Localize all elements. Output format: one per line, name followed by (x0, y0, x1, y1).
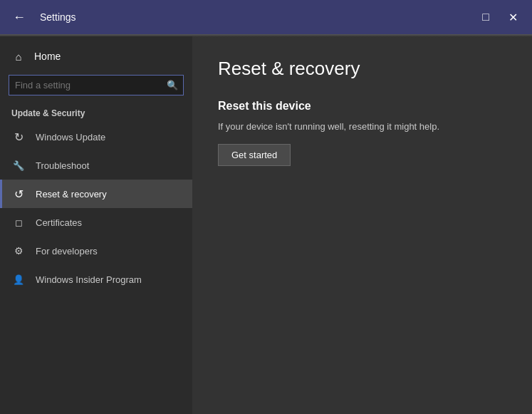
nav-label-windows-insider: Windows Insider Program (36, 274, 142, 285)
nav-label-windows-update: Windows Update (36, 132, 105, 143)
titlebar-left: ← Settings (9, 6, 76, 28)
titlebar-right: □ ✕ (475, 6, 523, 28)
nav-label-troubleshoot: Troubleshoot (36, 160, 89, 171)
content-area: Reset & recovery Reset this device If yo… (192, 36, 532, 414)
recovery-icon (11, 187, 26, 201)
main-layout: Home 🔍 Update & Security Windows Update … (0, 36, 532, 414)
search-box: 🔍 (9, 75, 184, 95)
sidebar-item-windows-update[interactable]: Windows Update (0, 123, 192, 151)
nav-label-for-developers: For developers (36, 246, 98, 257)
back-button[interactable]: ← (9, 6, 30, 28)
page-title: Reset & recovery (218, 58, 506, 80)
sidebar-home-label: Home (34, 51, 61, 62)
reset-section-desc: If your device isn't running well, reset… (218, 120, 506, 134)
sidebar-item-certificates[interactable]: Certificates (0, 208, 192, 237)
sidebar-item-windows-insider[interactable]: Windows Insider Program (0, 265, 192, 294)
insider-icon (11, 272, 26, 286)
certificates-icon (11, 215, 26, 229)
titlebar: ← Settings □ ✕ (0, 0, 532, 34)
titlebar-title: Settings (40, 11, 76, 23)
sidebar-item-home[interactable]: Home (0, 43, 192, 69)
search-icon: 🔍 (167, 80, 178, 90)
sidebar-item-troubleshoot[interactable]: Troubleshoot (0, 151, 192, 180)
section-label: Update & Security (0, 101, 192, 123)
home-icon (11, 49, 26, 63)
sidebar-item-for-developers[interactable]: For developers (0, 237, 192, 265)
search-input[interactable] (9, 75, 184, 95)
nav-label-certificates: Certificates (36, 217, 82, 228)
troubleshoot-icon (11, 158, 26, 172)
sidebar: Home 🔍 Update & Security Windows Update … (0, 36, 192, 414)
nav-label-reset-recovery: Reset & recovery (36, 189, 107, 200)
windows-update-icon (11, 130, 26, 144)
get-started-button[interactable]: Get started (218, 144, 291, 166)
reset-section-title: Reset this device (218, 100, 506, 113)
sidebar-item-reset-recovery[interactable]: Reset & recovery (0, 180, 192, 208)
window-icon-button[interactable]: □ (475, 6, 496, 28)
developers-icon (11, 244, 26, 258)
close-button[interactable]: ✕ (502, 6, 523, 28)
